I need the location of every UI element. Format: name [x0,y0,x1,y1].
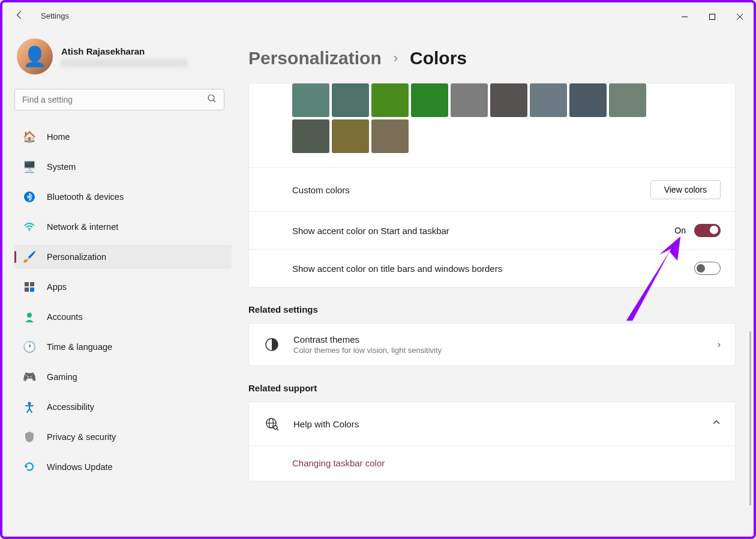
gaming-icon: 🎮 [23,370,36,384]
accent-title-row: Show accent color on title bars and wind… [249,249,735,287]
minimize-button[interactable] [671,7,698,26]
maximize-button[interactable] [698,7,726,26]
titlebar: Settings [2,2,754,31]
color-swatch[interactable] [332,83,369,117]
accent-start-toggle[interactable] [694,224,721,237]
breadcrumb-parent[interactable]: Personalization [248,48,382,68]
contrast-subtitle: Color themes for low vision, light sensi… [293,346,718,355]
update-icon [23,460,36,474]
svg-rect-9 [30,282,34,286]
svg-point-7 [29,230,30,231]
breadcrumb: Personalization › Colors [248,48,736,68]
help-title: Help with Colors [293,419,712,429]
svg-rect-1 [710,14,715,20]
related-support-heading: Related support [248,383,736,393]
sidebar-item-network[interactable]: Network & internet [14,215,232,239]
bluetooth-icon [23,190,36,203]
accent-start-row: Show accent color on Start and taskbar O… [249,211,735,249]
wifi-icon [23,220,36,233]
close-button[interactable] [726,7,754,26]
svg-point-4 [208,95,214,101]
sidebar-item-privacy[interactable]: Privacy & security [14,425,232,449]
sidebar-item-system[interactable]: 🖥️System [14,155,232,179]
sidebar: 👤 Atish Rajasekharan 🏠Home 🖥️System Blue… [2,31,236,537]
view-colors-button[interactable]: View colors [650,180,721,199]
colors-card: Custom colors View colors Show accent co… [248,83,736,288]
sidebar-item-apps[interactable]: Apps [14,275,232,299]
sidebar-item-accounts[interactable]: Accounts [14,305,232,329]
scrollbar[interactable] [749,331,751,505]
chevron-right-icon: › [394,50,398,66]
sidebar-item-accessibility[interactable]: Accessibility [14,395,232,419]
color-swatch[interactable] [569,83,607,117]
color-swatch[interactable] [292,119,329,153]
user-section[interactable]: 👤 Atish Rajasekharan [14,38,232,74]
svg-rect-10 [25,288,29,292]
accent-start-label: Show accent color on Start and taskbar [292,226,449,236]
sidebar-item-home[interactable]: 🏠Home [14,125,232,149]
search-icon [207,94,217,106]
accent-start-state: On [674,226,686,235]
contrast-icon [263,336,280,353]
svg-point-12 [27,313,32,318]
svg-rect-8 [25,282,29,286]
color-swatch[interactable] [292,83,329,117]
help-card: Help with Colors Changing taskbar color [248,402,736,481]
help-header[interactable]: Help with Colors [249,402,735,445]
color-swatch-grid [292,83,652,153]
sidebar-item-personalization[interactable]: 🖌️Personalization [14,245,232,269]
accessibility-icon [23,400,36,414]
sidebar-item-bluetooth[interactable]: Bluetooth & devices [14,185,232,209]
changing-taskbar-link[interactable]: Changing taskbar color [292,458,385,468]
search-field[interactable] [22,95,207,104]
color-swatch[interactable] [451,83,488,117]
sidebar-item-gaming[interactable]: 🎮Gaming [14,365,232,389]
color-swatch[interactable] [490,83,527,117]
home-icon: 🏠 [23,130,36,143]
svg-rect-11 [30,288,34,292]
color-swatch[interactable] [371,119,409,153]
custom-colors-row: Custom colors View colors [249,167,735,211]
accent-title-label: Show accent color on title bars and wind… [292,263,502,274]
accent-title-toggle[interactable] [694,262,721,275]
clock-icon: 🕐 [23,340,36,354]
svg-line-19 [277,429,278,430]
related-settings-heading: Related settings [248,304,736,315]
globe-search-icon [263,415,280,432]
sidebar-item-time[interactable]: 🕐Time & language [14,335,232,359]
custom-colors-label: Custom colors [292,185,350,195]
user-name: Atish Rajasekharan [61,46,187,56]
avatar: 👤 [17,38,53,74]
color-swatch[interactable] [332,119,369,153]
apps-icon [23,280,36,294]
color-swatch[interactable] [530,83,567,117]
user-email-blurred [61,59,187,67]
search-input[interactable] [14,89,224,110]
app-title: Settings [41,11,69,20]
main-content: Personalization › Colors Custom colors V… [236,31,754,537]
back-icon[interactable] [14,10,26,22]
shield-icon [23,430,36,444]
contrast-title: Contrast themes [293,334,718,345]
svg-point-13 [28,402,31,405]
color-swatch[interactable] [609,83,646,117]
accounts-icon [23,310,36,324]
contrast-themes-link[interactable]: Contrast themes Color themes for low vis… [248,323,736,366]
system-icon: 🖥️ [23,160,36,173]
chevron-up-icon [712,418,721,429]
color-swatch[interactable] [411,83,448,117]
svg-line-5 [214,100,215,102]
sidebar-item-update[interactable]: Windows Update [14,455,232,479]
breadcrumb-current: Colors [410,48,467,68]
color-swatch[interactable] [371,83,409,117]
chevron-right-icon: › [718,339,721,350]
personalization-icon: 🖌️ [23,250,36,263]
